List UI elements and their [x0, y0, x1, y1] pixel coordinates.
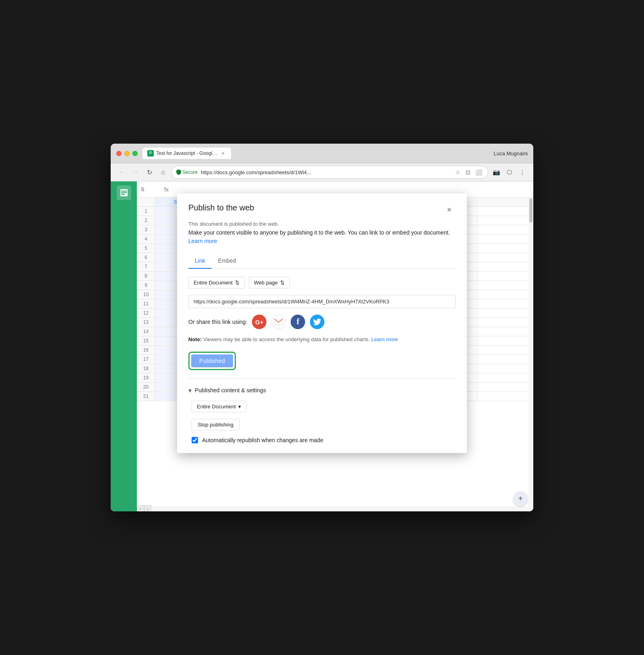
document-select-label: Entire Document: [194, 280, 233, 286]
toolbar-right: 📷 ⬡ ⋮: [491, 167, 528, 178]
facebook-icon[interactable]: f: [291, 315, 305, 329]
secure-badge: Secure: [176, 169, 198, 175]
share-row: Or share this link using: G+ f: [188, 315, 456, 329]
chevron-down-icon: ▾: [188, 387, 192, 394]
title-bar: Test for Javascript - Google Sh × Luca M…: [111, 144, 533, 163]
url-field[interactable]: [188, 295, 456, 308]
browser-window: Test for Javascript - Google Sh × Luca M…: [111, 144, 533, 511]
learn-more-link-top[interactable]: Learn more: [188, 238, 217, 244]
published-ring: Published: [188, 352, 236, 370]
published-wrapper: Published: [188, 352, 456, 370]
svg-rect-1: [149, 152, 152, 152]
auto-republish-checkbox[interactable]: [192, 437, 198, 443]
tab-link[interactable]: Link: [188, 253, 212, 269]
cast-icon[interactable]: ⊡: [464, 168, 473, 177]
tab-embed[interactable]: Embed: [212, 253, 242, 269]
svg-rect-0: [149, 151, 152, 152]
svg-rect-2: [149, 153, 152, 153]
tab-close-button[interactable]: ×: [220, 150, 226, 157]
modal-overlay: Publish to the web × This document is pu…: [111, 181, 533, 511]
section-document-select[interactable]: Entire Document ▾: [192, 401, 246, 412]
dialog-body: This document is published to the web. M…: [177, 216, 467, 453]
menu-icon[interactable]: ⋮: [516, 167, 528, 178]
dialog-header: Publish to the web ×: [177, 194, 467, 216]
document-select[interactable]: Entire Document ⇅: [188, 277, 245, 288]
publish-dialog: Publish to the web × This document is pu…: [177, 194, 467, 453]
address-bar[interactable]: Secure https://docs.google.com/spreadshe…: [171, 166, 488, 179]
section-document-label: Entire Document: [197, 404, 236, 410]
share-label: Or share this link using:: [188, 319, 247, 325]
sheets-tab-icon: [147, 150, 154, 157]
section-select-arrow: ▾: [238, 404, 241, 410]
note-bold: Note:: [188, 336, 202, 342]
browser-toolbar: ← → ↻ ⌂ Secure https://docs.google.com/s…: [111, 163, 533, 181]
section-controls-row: Entire Document ▾: [192, 401, 456, 412]
section-title: Published content & settings: [195, 387, 266, 393]
tab-link-label: Link: [195, 257, 205, 264]
dialog-tabs: Link Embed: [188, 253, 456, 269]
format-select[interactable]: Web page ⇅: [249, 277, 290, 288]
forward-button[interactable]: →: [130, 167, 141, 178]
reload-button[interactable]: ↻: [144, 167, 155, 178]
camera-icon[interactable]: 📷: [491, 167, 502, 178]
dialog-subtitle: This document is published to the web.: [188, 221, 456, 227]
auto-republish-row: Automatically republish when changes are…: [192, 437, 456, 443]
learn-more-link-note[interactable]: Learn more: [371, 336, 398, 342]
dialog-desc-text: Make your content visible to anyone by p…: [188, 229, 450, 236]
tab-title: Test for Javascript - Google Sh: [156, 150, 217, 156]
published-button[interactable]: Published: [191, 354, 233, 367]
screen-icon[interactable]: ⬜: [474, 168, 483, 177]
tab-bar: Test for Javascript - Google Sh ×: [142, 148, 528, 159]
twitter-icon[interactable]: [310, 315, 324, 329]
close-window-button[interactable]: [116, 151, 122, 156]
dialog-close-button[interactable]: ×: [443, 203, 456, 216]
section-body: Entire Document ▾ Stop publishing Automa…: [188, 401, 456, 443]
google-plus-icon[interactable]: G+: [252, 315, 266, 329]
browser-tab[interactable]: Test for Javascript - Google Sh ×: [142, 148, 231, 159]
extension-icon[interactable]: ⬡: [504, 167, 515, 178]
bookmark-icon[interactable]: ☆: [453, 168, 462, 177]
divider: [188, 378, 456, 379]
reload-icon: ↻: [147, 169, 152, 176]
note-row: Note: Viewers may be able to access the …: [188, 336, 456, 344]
traffic-lights: [116, 151, 138, 156]
back-button[interactable]: ←: [116, 167, 128, 178]
dialog-title: Publish to the web: [188, 203, 254, 212]
user-name: Luca Mugnaini: [493, 150, 528, 157]
auto-republish-label: Automatically republish when changes are…: [202, 437, 323, 443]
note-text: Viewers may be able to access the underl…: [203, 336, 370, 342]
app-area: S fx S T U V W X Y Z 1 2 3 4 5 6 7 8: [111, 181, 533, 511]
dialog-description: Make your content visible to anyone by p…: [188, 229, 456, 245]
controls-row: Entire Document ⇅ Web page ⇅: [188, 277, 456, 288]
home-icon: ⌂: [161, 169, 165, 176]
tab-embed-label: Embed: [218, 257, 236, 264]
secure-label: Secure: [182, 169, 198, 175]
document-select-arrow: ⇅: [235, 280, 239, 286]
forward-icon: →: [132, 169, 139, 176]
gmail-icon[interactable]: [271, 315, 286, 329]
address-text: https://docs.google.com/spreadsheets/d/1…: [201, 169, 450, 175]
back-icon: ←: [119, 169, 125, 176]
stop-publishing-button[interactable]: Stop publishing: [192, 419, 239, 430]
format-select-label: Web page: [254, 280, 278, 286]
format-select-arrow: ⇅: [280, 280, 285, 286]
address-icons: ☆ ⊡ ⬜: [453, 168, 483, 177]
minimize-window-button[interactable]: [124, 151, 130, 156]
maximize-window-button[interactable]: [132, 151, 138, 156]
section-header[interactable]: ▾ Published content & settings: [188, 387, 456, 394]
home-button[interactable]: ⌂: [157, 167, 169, 178]
svg-rect-3: [149, 154, 151, 154]
